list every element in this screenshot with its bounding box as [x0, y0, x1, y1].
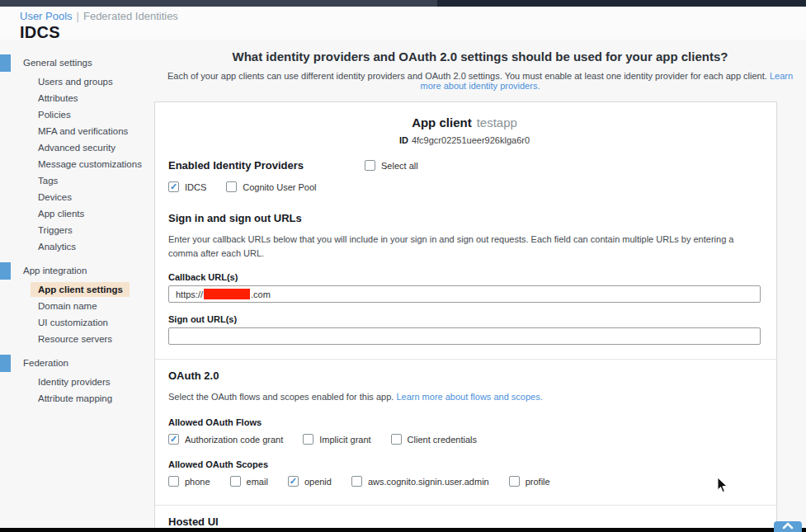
sidebar-item-message-customizations[interactable]: Message customizations — [31, 157, 148, 172]
sidebar-section-label: App integration — [23, 266, 87, 275]
app-client-id: ID4fc9gcr02251ueer926klga6r0 — [168, 135, 761, 145]
sidebar-section-items: App client settingsDomain nameUI customi… — [0, 279, 154, 346]
sidebar-item-domain-name[interactable]: Domain name — [31, 299, 104, 313]
section-marker-icon — [0, 355, 11, 372]
sidebar-nav: General settingsUsers and groupsAttribut… — [0, 40, 154, 528]
sidebar-item-row: Resource servers — [0, 330, 154, 346]
intro-text: Each of your app clients can use differe… — [167, 71, 767, 81]
sidebar-item-row: Analytics — [0, 238, 154, 254]
callback-url-prefix: https:// — [176, 290, 203, 299]
checkbox-profile[interactable]: ✓profile — [509, 476, 550, 487]
sidebar-item-row: Users and groups — [0, 73, 154, 89]
oauth-heading: OAuth 2.0 — [168, 370, 761, 382]
checkbox-label: IDCS — [185, 182, 206, 192]
sidebar-item-attribute-mapping[interactable]: Attribute mapping — [31, 391, 119, 406]
sidebar-item-users-and-groups[interactable]: Users and groups — [31, 74, 120, 89]
checkbox-box-email[interactable]: ✓ — [230, 476, 241, 487]
checkbox-label: Implicit grant — [319, 435, 370, 445]
sidebar-item-tags[interactable]: Tags — [31, 173, 64, 188]
allowed-oauth-flows-label: Allowed OAuth Flows — [168, 417, 761, 427]
checkbox-box-client-credentials[interactable]: ✓ — [391, 434, 402, 445]
sidebar-item-ui-customization[interactable]: UI customization — [31, 315, 115, 330]
sidebar-item-triggers[interactable]: Triggers — [31, 223, 79, 238]
learn-more-flows-scopes-link[interactable]: Learn more about flows and scopes. — [396, 392, 542, 402]
sidebar-item-row: Message customizations — [0, 155, 154, 172]
select-all-checkbox[interactable]: ✓ Select all — [365, 160, 418, 171]
sidebar-section-label: Federation — [23, 358, 68, 368]
checkbox-label: Cognito User Pool — [243, 182, 316, 192]
sidebar-item-devices[interactable]: Devices — [31, 190, 78, 205]
sidebar-item-identity-providers[interactable]: Identity providers — [31, 374, 117, 389]
checkbox-label: openid — [304, 477, 332, 487]
main-question-heading: What identity providers and OAuth 2.0 se… — [154, 49, 806, 64]
scroll-to-top-button[interactable] — [774, 521, 802, 532]
signin-signout-urls-heading: Sign in and sign out URLs — [168, 212, 761, 224]
checkbox-implicit-grant[interactable]: ✓Implicit grant — [303, 434, 370, 445]
bottom-black-bar — [0, 528, 806, 532]
checkbox-label: Client credentials — [408, 435, 477, 445]
sidebar-item-row: MFA and verifications — [0, 122, 154, 139]
select-all-label: Select all — [381, 161, 418, 171]
page-header: User Pools|Federated Identities IDCS — [0, 7, 806, 40]
checkbox-box-phone[interactable]: ✓ — [168, 476, 179, 487]
sidebar-item-row: Triggers — [0, 221, 154, 238]
oauth-scope-options: ✓phone✓email✓openid✓aws.cognito.signin.u… — [168, 476, 761, 487]
checkbox-idcs[interactable]: ✓IDCS — [168, 181, 206, 192]
sidebar-item-mfa-and-verifications[interactable]: MFA and verifications — [31, 124, 134, 139]
chevron-up-icon — [782, 521, 794, 530]
sidebar-section-header-general-settings[interactable]: General settings — [0, 54, 154, 71]
sidebar-item-analytics[interactable]: Analytics — [31, 239, 82, 254]
sidebar-item-row: App clients — [0, 205, 154, 221]
checkbox-openid[interactable]: ✓openid — [288, 476, 332, 487]
signout-urls-label: Sign out URL(s) — [168, 314, 761, 324]
app-client-settings-screen: User Pools|Federated Identities IDCS Gen… — [0, 0, 806, 532]
sidebar-item-resource-servers[interactable]: Resource servers — [31, 332, 119, 346]
sidebar-section-header-federation[interactable]: Federation — [0, 355, 154, 371]
sidebar-section-items: Users and groupsAttributesPoliciesMFA an… — [0, 71, 154, 254]
checkbox-box-idcs[interactable]: ✓ — [168, 181, 179, 192]
oauth-description-text: Select the OAuth flows and scopes enable… — [168, 392, 394, 402]
checkbox-phone[interactable]: ✓phone — [168, 476, 210, 487]
sidebar-section-general-settings: General settingsUsers and groupsAttribut… — [0, 54, 154, 254]
checkbox-box-aws-cognito-signin-user-admin[interactable]: ✓ — [351, 476, 362, 487]
browser-top-bar — [0, 0, 806, 7]
main-intro-text: Each of your app clients can use differe… — [154, 71, 806, 91]
sidebar-section-header-app-integration[interactable]: App integration — [0, 262, 154, 279]
sidebar-section-label: General settings — [23, 58, 92, 68]
signout-urls-input[interactable] — [168, 327, 761, 345]
checkbox-label: phone — [185, 477, 210, 487]
checkbox-box-implicit-grant[interactable]: ✓ — [303, 434, 313, 445]
urls-description: Enter your callback URLs below that you … — [168, 233, 761, 261]
main-panel: What identity providers and OAuth 2.0 se… — [154, 40, 806, 528]
sidebar-item-advanced-security[interactable]: Advanced security — [31, 140, 122, 155]
divider — [155, 505, 776, 506]
sidebar-item-row: Tags — [0, 172, 154, 188]
sidebar-item-row: Attribute mapping — [0, 389, 154, 406]
sidebar-item-row: Identity providers — [0, 373, 154, 389]
sidebar-item-app-client-settings[interactable]: App client settings — [31, 282, 130, 297]
callback-urls-input[interactable]: https://.com — [168, 285, 761, 303]
checkbox-box-authorization-code-grant[interactable]: ✓ — [168, 434, 179, 445]
sidebar-section-app-integration: App integrationApp client settingsDomain… — [0, 262, 154, 346]
checkbox-box-profile[interactable]: ✓ — [509, 476, 520, 487]
identity-provider-options: ✓IDCS✓Cognito User Pool — [168, 181, 761, 192]
breadcrumb-user-pools-link[interactable]: User Pools — [20, 10, 73, 22]
checkbox-email[interactable]: ✓email — [230, 476, 268, 487]
checkbox-box-cognito-user-pool[interactable]: ✓ — [226, 181, 237, 192]
checkbox-authorization-code-grant[interactable]: ✓Authorization code grant — [168, 434, 283, 445]
divider — [155, 359, 776, 360]
checkbox-client-credentials[interactable]: ✓Client credentials — [391, 434, 477, 445]
checkbox-aws-cognito-signin-user-admin[interactable]: ✓aws.cognito.signin.user.admin — [351, 476, 489, 487]
sidebar-item-policies[interactable]: Policies — [31, 107, 78, 122]
section-marker-icon — [0, 262, 11, 280]
sidebar-item-attributes[interactable]: Attributes — [31, 91, 85, 106]
checkbox-label: email — [247, 477, 268, 487]
checkbox-cognito-user-pool[interactable]: ✓Cognito User Pool — [226, 181, 316, 192]
callback-url-suffix: .com — [251, 290, 271, 299]
browser-top-bar-segment — [0, 0, 437, 7]
sidebar-item-app-clients[interactable]: App clients — [31, 206, 91, 221]
sidebar-item-row: Devices — [0, 188, 154, 205]
checkbox-box-openid[interactable]: ✓ — [288, 476, 299, 487]
breadcrumb-federated-identities[interactable]: Federated Identities — [83, 10, 178, 22]
select-all-checkbox-box[interactable]: ✓ — [365, 160, 375, 171]
